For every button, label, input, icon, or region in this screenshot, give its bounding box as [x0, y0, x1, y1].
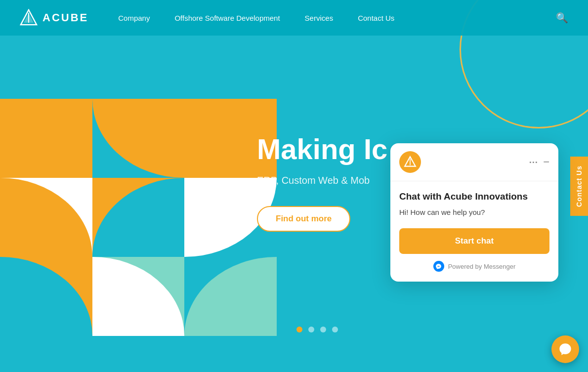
start-chat-button[interactable]: Start chat	[399, 228, 549, 254]
slider-dots	[296, 327, 338, 332]
dot-3[interactable]	[320, 327, 326, 332]
hero-subheading: ERP, Custom Web & Mob	[257, 175, 387, 186]
messenger-icon	[433, 261, 444, 272]
chat-avatar	[399, 151, 421, 173]
shape-r3c1	[0, 257, 92, 336]
dot-4[interactable]	[332, 327, 338, 332]
dot-2[interactable]	[308, 327, 314, 332]
logo-text: ACUBE	[42, 11, 88, 24]
dot-1[interactable]	[296, 327, 302, 332]
chat-header-actions: ⋯ −	[529, 157, 549, 167]
nav-company[interactable]: Company	[118, 14, 150, 22]
shape-r1c2	[92, 99, 185, 178]
shape-r2c1	[0, 178, 92, 257]
contact-us-tab[interactable]: Contact Us	[570, 157, 588, 216]
powered-by-label: Powered by Messenger	[448, 263, 516, 270]
logo-icon	[20, 9, 38, 27]
navbar: ACUBE Company Offshore Software Developm…	[0, 0, 588, 36]
search-icon[interactable]: 🔍	[556, 12, 568, 24]
nav-offshore[interactable]: Offshore Software Development	[174, 14, 280, 22]
nav-contact[interactable]: Contact Us	[358, 14, 394, 22]
find-out-more-button[interactable]: Find out more	[257, 206, 350, 232]
chat-bubble-button[interactable]	[551, 335, 579, 363]
chat-body: Chat with Acube Innovations Hi! How can …	[390, 181, 558, 282]
chat-minimize-button[interactable]: −	[543, 157, 549, 167]
chat-greeting: Hi! How can we help you?	[399, 208, 549, 216]
chat-footer: Powered by Messenger	[399, 261, 549, 274]
acube-logo-icon	[404, 156, 417, 168]
shape-r3c3	[184, 257, 277, 336]
nav-services[interactable]: Services	[305, 14, 334, 22]
logo-area[interactable]: ACUBE	[20, 9, 88, 27]
shape-r1c1	[0, 99, 92, 178]
shape-r3c2	[92, 257, 185, 336]
shape-r2c2	[92, 178, 185, 257]
shapes-grid	[0, 99, 277, 336]
hero-content: Making Ic ERP, Custom Web & Mob Find out…	[257, 133, 387, 232]
chat-title: Chat with Acube Innovations	[399, 191, 549, 202]
chat-header: ⋯ −	[390, 143, 558, 181]
chat-options-button[interactable]: ⋯	[529, 157, 538, 167]
nav-links: Company Offshore Software Development Se…	[118, 14, 556, 22]
chat-widget: ⋯ − Chat with Acube Innovations Hi! How …	[390, 143, 558, 282]
hero-heading: Making Ic	[257, 133, 387, 165]
